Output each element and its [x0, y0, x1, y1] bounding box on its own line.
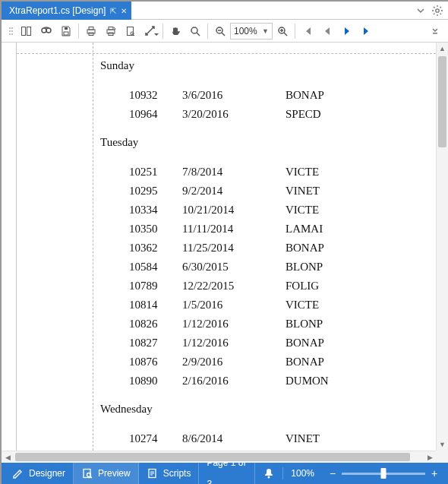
status-bar: Designer Preview Scripts Page 1 of 3 100… — [2, 463, 448, 484]
svg-rect-7 — [22, 27, 26, 35]
order-id-cell: 10251 — [129, 163, 182, 182]
group-header: Tuesday — [100, 136, 436, 149]
table-row: 108902/16/2016DUMON — [129, 372, 436, 391]
svg-rect-8 — [27, 27, 31, 35]
scroll-right-arrow[interactable]: ▶ — [424, 451, 436, 463]
zoom-value: 100% — [234, 26, 257, 36]
date-cell: 1/12/2016 — [182, 334, 286, 353]
parameters-panel-button[interactable] — [17, 21, 36, 41]
zoom-in-button[interactable] — [273, 21, 292, 41]
svg-point-1 — [9, 27, 11, 29]
scroll-left-arrow[interactable]: ◀ — [2, 451, 14, 463]
table-row: 105846/30/2015BLONP — [129, 258, 436, 277]
customer-code-cell: BLONP — [286, 258, 436, 277]
zoom-combo[interactable]: 100% ▼ — [230, 23, 273, 40]
zoom-slider-track[interactable] — [342, 473, 425, 475]
designer-label: Designer — [29, 468, 65, 479]
horizontal-scroll-thumb[interactable] — [15, 453, 410, 461]
date-cell: 1/12/2016 — [182, 315, 286, 334]
group-rows: 102517/8/2014VICTE102959/2/2014VINET1033… — [100, 163, 436, 391]
table-row: 102959/2/2014VINET — [129, 182, 436, 201]
svg-point-9 — [42, 28, 46, 33]
svg-point-0 — [436, 8, 439, 11]
document-viewer: Sunday109323/6/2016BONAP109643/20/2016SP… — [2, 43, 448, 463]
prev-page-button[interactable] — [317, 21, 337, 41]
order-id-cell: 10362 — [129, 239, 182, 258]
preview-label: Preview — [98, 468, 131, 479]
horizontal-scrollbar[interactable]: ◀ ▶ — [2, 451, 436, 463]
date-cell: 3/6/2016 — [182, 86, 286, 105]
zoom-out-button[interactable] — [210, 21, 230, 41]
preview-tab-button[interactable]: Preview — [74, 463, 139, 484]
scroll-down-arrow[interactable]: ▼ — [437, 438, 448, 451]
order-id-cell: 10890 — [129, 372, 182, 391]
last-page-button[interactable] — [357, 21, 377, 41]
date-cell: 2/16/2016 — [182, 372, 286, 391]
settings-gear-icon[interactable] — [431, 5, 443, 17]
svg-rect-14 — [89, 27, 93, 30]
order-id-cell: 10876 — [129, 353, 182, 372]
quick-print-button[interactable] — [101, 21, 121, 41]
customer-code-cell: VICTE — [286, 163, 436, 182]
customer-code-cell: LAMAI — [286, 220, 436, 239]
save-button[interactable] — [56, 21, 76, 41]
report-page[interactable]: Sunday109323/6/2016BONAP109643/20/2016SP… — [17, 43, 436, 451]
table-row: 108762/9/2016BONAP — [129, 353, 436, 372]
order-id-cell: 10350 — [129, 220, 182, 239]
zoom-plus-icon[interactable]: + — [430, 467, 439, 479]
table-row: 1033410/21/2014VICTE — [129, 201, 436, 220]
svg-point-5 — [11, 30, 13, 32]
table-row: 108141/5/2016VICTE — [129, 296, 436, 315]
first-page-button[interactable] — [298, 21, 317, 41]
document-tab-title: XtraReport1.cs [Design] — [9, 5, 106, 16]
table-row: 109643/20/2016SPECD — [129, 105, 436, 124]
date-cell: 7/8/2014 — [182, 163, 286, 182]
customer-code-cell: VICTE — [286, 296, 436, 315]
svg-rect-24 — [433, 33, 437, 34]
print-button[interactable] — [81, 21, 101, 41]
customer-code-cell: BLONP — [286, 315, 436, 334]
table-row: 1035011/11/2014LAMAI — [129, 220, 436, 239]
svg-point-3 — [9, 33, 11, 35]
notifications-button[interactable] — [255, 467, 283, 479]
window-chevron-icon[interactable] — [415, 5, 427, 17]
scripts-tab-button[interactable]: Scripts — [139, 463, 200, 484]
svg-rect-12 — [65, 27, 68, 30]
table-row: 108271/12/2016BONAP — [129, 334, 436, 353]
order-id-cell: 10334 — [129, 201, 182, 220]
svg-point-10 — [46, 28, 51, 33]
vertical-ruler — [2, 43, 17, 451]
customer-code-cell: DUMON — [286, 372, 436, 391]
svg-point-2 — [9, 30, 11, 32]
scale-button[interactable] — [140, 21, 160, 41]
vertical-scroll-thumb[interactable] — [438, 56, 446, 147]
zoom-minus-icon[interactable]: − — [328, 467, 337, 479]
date-cell: 6/30/2015 — [182, 258, 286, 277]
document-tab-active[interactable]: XtraReport1.cs [Design] ⇱ ✕ — [2, 2, 131, 20]
svg-rect-17 — [109, 27, 113, 30]
date-cell: 11/11/2014 — [182, 220, 286, 239]
toolbar-overflow-button[interactable] — [425, 21, 445, 41]
customer-code-cell: BONAP — [286, 334, 436, 353]
customer-code-cell: FOLIG — [286, 277, 436, 296]
scroll-up-arrow[interactable]: ▲ — [437, 43, 448, 55]
svg-rect-11 — [64, 32, 68, 35]
hand-tool-button[interactable] — [166, 21, 185, 41]
magnifier-button[interactable] — [185, 21, 205, 41]
order-id-cell: 10827 — [129, 334, 182, 353]
svg-point-6 — [11, 33, 13, 35]
svg-point-4 — [11, 27, 13, 29]
next-page-button[interactable] — [337, 21, 357, 41]
zoom-slider[interactable]: − + — [322, 467, 445, 479]
vertical-scrollbar[interactable]: ▲ ▼ — [436, 43, 448, 451]
pin-icon[interactable]: ⇱ — [110, 7, 116, 15]
designer-tab-button[interactable]: Designer — [5, 463, 74, 484]
date-cell: 11/25/2014 — [182, 239, 286, 258]
page-setup-button[interactable] — [121, 21, 140, 41]
scripts-label: Scripts — [163, 468, 191, 479]
preview-toolbar: 100% ▼ — [2, 20, 448, 43]
find-button[interactable] — [36, 21, 56, 41]
date-cell: 8/6/2014 — [182, 429, 286, 448]
toolbar-grip-icon[interactable] — [5, 21, 17, 41]
close-icon[interactable]: ✕ — [121, 7, 127, 15]
